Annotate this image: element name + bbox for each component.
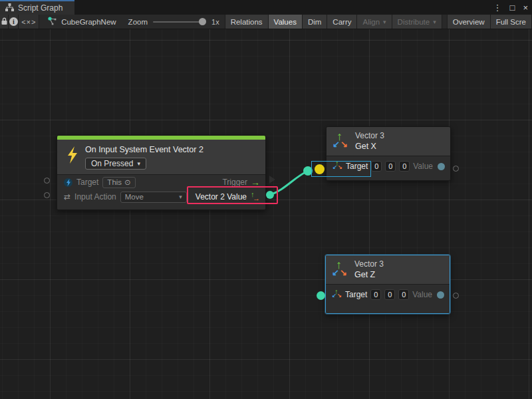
target-label: Target (76, 178, 98, 187)
zoom-value: 1x (211, 18, 219, 26)
zoom-slider-handle[interactable] (199, 18, 206, 25)
window-maximize-icon[interactable]: □ (510, 3, 515, 13)
get-x-value-output-port[interactable] (453, 166, 459, 172)
window-menu-icon[interactable]: ⋮ (493, 3, 502, 13)
inspect-code-button[interactable]: <×> (19, 15, 39, 29)
graph-name-label: CubeGraphNew (61, 18, 116, 26)
event-node-header: On Input System Event Vector 2 On Presse… (57, 140, 265, 174)
target-this-chip[interactable]: This ⊙ (102, 177, 135, 188)
overview-button[interactable]: Overview (448, 15, 491, 29)
get-z-type-label: Vector 3 (354, 259, 384, 269)
align-dropdown-button[interactable]: Align ▾ (357, 15, 392, 29)
get-x-type-label: Vector 3 (355, 131, 384, 141)
trigger-label: Trigger (222, 178, 247, 187)
vector3-get-z-node[interactable]: ↑ ↙ ↘ Vector 3 Get Z ↑ ↙ ↘ Target (325, 255, 450, 314)
graph-toolbar: i <×> CubeGraphNew Zoom 1x (0, 15, 532, 29)
get-z-value-label: Value (412, 290, 432, 299)
toolbar-button-row: Relations Values Dim Carry Align ▾ Distr… (225, 15, 532, 29)
blue-highlight-box (311, 161, 371, 177)
graph-hierarchy-icon (5, 3, 14, 13)
window-close-icon[interactable]: × (523, 3, 528, 13)
get-z-input-x[interactable]: 0 (370, 289, 381, 300)
vector3-icon: ↑ ↙ ↘ (333, 133, 349, 150)
event-action-input-port[interactable] (44, 192, 50, 198)
script-graph-window: Script Graph ⋮ □ × i <×> (0, 0, 532, 399)
event-target-input-port[interactable] (44, 178, 50, 184)
get-z-target-label: Target (345, 290, 367, 299)
chevron-down-icon: ▾ (137, 160, 140, 167)
get-z-body: ↑ ↙ ↘ Target 0 0 0 Value (326, 284, 450, 313)
get-z-input-z[interactable]: 0 (398, 289, 409, 300)
dim-button[interactable]: Dim (303, 15, 327, 29)
vector3-icon: ↑ ↙ ↘ (332, 261, 348, 278)
info-button[interactable]: i (9, 15, 19, 29)
zoom-control: Zoom 1x (123, 15, 225, 29)
lock-icon (1, 17, 8, 27)
code-icon: <×> (21, 18, 36, 26)
values-button[interactable]: Values (269, 15, 303, 29)
get-x-input-z[interactable]: 0 (399, 161, 410, 172)
tab-script-graph[interactable]: Script Graph (0, 0, 74, 15)
trigger-arrow-icon: → (251, 178, 260, 187)
get-x-value-label: Value (413, 162, 433, 171)
get-x-name-label: Get X (355, 141, 384, 152)
event-node-title: On Input System Event Vector 2 (85, 145, 203, 154)
get-z-input-y[interactable]: 0 (384, 289, 395, 300)
graph-breadcrumb[interactable]: CubeGraphNew (39, 15, 122, 29)
window-titlebar: Script Graph ⋮ □ × (0, 0, 532, 15)
zoom-label: Zoom (128, 18, 148, 26)
event-mode-dropdown[interactable]: On Pressed ▾ (85, 158, 146, 170)
get-z-header: ↑ ↙ ↘ Vector 3 Get Z (326, 255, 450, 284)
tab-label: Script Graph (18, 3, 63, 13)
fullscreen-button[interactable]: Full Scre (491, 15, 532, 29)
get-z-target-input-port[interactable] (317, 291, 325, 300)
get-x-input-x[interactable]: 0 (371, 161, 382, 172)
get-z-value-port[interactable] (437, 291, 444, 299)
relations-button[interactable]: Relations (225, 15, 269, 29)
window-controls: ⋮ □ × (493, 0, 528, 15)
get-x-value-port[interactable] (438, 163, 445, 170)
trigger-output-port[interactable] (269, 176, 275, 184)
lightning-bolt-icon (66, 146, 78, 166)
distribute-dropdown-button[interactable]: Distribute ▾ (392, 15, 442, 29)
carry-button[interactable]: Carry (327, 15, 357, 29)
chevron-down-icon: ▾ (383, 19, 386, 25)
get-x-input-y[interactable]: 0 (385, 161, 396, 172)
get-z-value-output-port[interactable] (453, 293, 459, 299)
get-z-port-row: ↑ ↙ ↘ Target 0 0 0 Value (326, 285, 450, 305)
get-z-name-label: Get Z (354, 269, 384, 280)
input-action-dropdown[interactable]: Move ▾ (120, 192, 187, 203)
input-action-icon: ⇄ (64, 192, 70, 201)
red-highlight-box (187, 186, 278, 204)
info-icon: i (9, 17, 18, 26)
circle-dot-icon: ⊙ (124, 178, 131, 187)
zoom-slider-track[interactable] (153, 21, 206, 23)
get-x-header: ↑ ↙ ↘ Vector 3 Get X (327, 127, 450, 156)
vector3-icon: ↑ ↙ ↘ (332, 290, 342, 299)
toolbar-gap (442, 15, 448, 29)
lock-button[interactable] (0, 15, 9, 29)
input-action-label: Input Action (74, 192, 116, 201)
graph-node-icon (47, 17, 57, 27)
graph-canvas[interactable]: On Input System Event Vector 2 On Presse… (0, 29, 532, 399)
chevron-down-icon: ▾ (433, 19, 436, 25)
chevron-down-icon: ▾ (179, 194, 182, 200)
event-target-icon (64, 178, 72, 187)
connection-layer (0, 29, 532, 399)
